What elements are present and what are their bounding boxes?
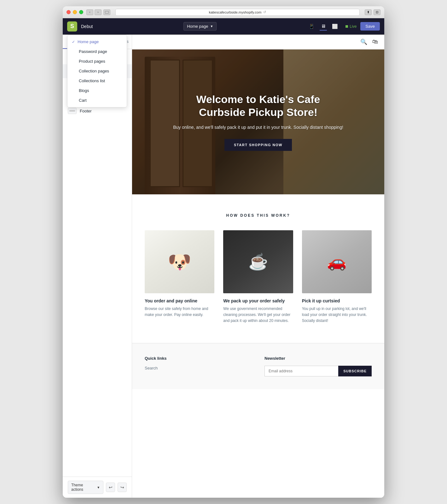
dropdown-item-collection-pages[interactable]: Collection pages: [67, 66, 127, 76]
theme-actions-chevron-icon: ▼: [97, 486, 100, 489]
cards-grid: 🐶 You order and pay online Browse our si…: [145, 230, 372, 324]
dropdown-item-collections-list[interactable]: Collections list: [67, 76, 127, 86]
footer-link-search[interactable]: Search: [145, 366, 252, 370]
store-name: Debut: [81, 24, 93, 29]
card-pack: ☕ We pack up your order safely We use go…: [223, 230, 293, 324]
card-order-text: Browse our site safely from home and mak…: [145, 306, 214, 318]
how-it-works-title: HOW DOES THIS WORK?: [145, 213, 372, 218]
subscribe-button[interactable]: SUBSCRIBE: [338, 366, 372, 376]
title-bar: ‹ › katiescafecurbside.myshopify.com ↺ ⬆…: [63, 6, 384, 18]
traffic-lights: [67, 10, 83, 14]
site-header: 🔍 🛍: [132, 35, 384, 49]
card-pickup-title: Pick it up curtsied: [302, 298, 372, 303]
newsletter-title: Newsletter: [264, 356, 372, 361]
check-icon: ✓: [72, 40, 75, 44]
sidebar: Sections Theme settings Header: [63, 35, 132, 498]
shopify-logo: S: [67, 21, 77, 32]
page-dropdown-menu: ✓ Home page Password page Product pages …: [67, 35, 127, 107]
theme-actions-button[interactable]: Theme actions ▼: [68, 481, 103, 494]
dropdown-item-blogs[interactable]: Blogs: [67, 86, 127, 95]
quick-links-title: Quick links: [145, 356, 252, 361]
footer-newsletter: Newsletter SUBSCRIBE: [264, 356, 372, 376]
card-pickup-text: You pull up in our parking lot, and we'l…: [302, 306, 372, 324]
hero-title: Welcome to Katie's Cafe Curbside Pickup …: [173, 93, 343, 119]
close-button[interactable]: [67, 10, 71, 14]
site-footer: Quick links Search Newsletter SUBSCRIBE: [132, 343, 384, 389]
page-selector[interactable]: Home page ▼: [183, 22, 217, 31]
card-order-title: You order and pay online: [145, 298, 214, 303]
dropdown-item-home-page[interactable]: ✓ Home page: [67, 37, 127, 47]
fullscreen-button[interactable]: ⊡: [374, 9, 380, 15]
back-button[interactable]: ‹: [86, 9, 93, 15]
card-pack-text: We use government recommended cleaning p…: [223, 306, 293, 324]
card-order: 🐶 You order and pay online Browse our si…: [145, 230, 214, 324]
hero-content: Welcome to Katie's Cafe Curbside Pickup …: [148, 87, 369, 157]
save-button[interactable]: Save: [360, 22, 380, 31]
forward-button[interactable]: ›: [95, 9, 102, 15]
dropdown-item-password-page[interactable]: Password page: [67, 47, 127, 56]
maximize-button[interactable]: [79, 10, 83, 14]
tab-icon[interactable]: [103, 9, 110, 15]
address-bar[interactable]: katiescafecurbside.myshopify.com ↺: [115, 9, 360, 16]
sidebar-footer: Theme actions ▼ ↩ ↪: [63, 477, 132, 498]
share-button[interactable]: ⬆: [365, 9, 372, 15]
tablet-view-icon[interactable]: ⬜: [331, 22, 339, 31]
search-icon[interactable]: 🔍: [360, 38, 367, 45]
redo-button[interactable]: ↪: [118, 483, 127, 492]
preview-frame: 🔍 🛍: [132, 35, 384, 498]
undo-button[interactable]: ↩: [106, 483, 115, 492]
minimize-button[interactable]: [73, 10, 77, 14]
card-pickup-image: 🚗: [302, 230, 372, 293]
hero-cta-button[interactable]: START SHOPPING NOW: [224, 139, 292, 151]
mobile-view-icon[interactable]: 📱: [307, 22, 316, 31]
cart-icon[interactable]: 🛍: [372, 38, 378, 45]
hero-section: Welcome to Katie's Cafe Curbside Pickup …: [132, 49, 384, 194]
card-pickup: 🚗 Pick it up curtsied You pull up in our…: [302, 230, 372, 324]
card-pack-image: ☕: [223, 230, 293, 293]
dropdown-item-cart[interactable]: Cart: [67, 95, 127, 105]
preview-area: 🔍 🛍: [132, 35, 384, 498]
dropdown-item-product-pages[interactable]: Product pages: [67, 56, 127, 66]
desktop-view-icon[interactable]: 🖥: [320, 22, 327, 31]
card-pack-title: We pack up your order safely: [223, 298, 293, 303]
live-indicator: Live: [345, 24, 357, 29]
hero-subtitle: Buy online, and we'll safely pack it up …: [173, 124, 343, 131]
sidebar-content: Header 🏠 Welcome to Katie'... 👁 ⋮⋮ 📦: [63, 49, 132, 477]
email-input[interactable]: [264, 366, 338, 376]
app-header: S Debut Home page ▼ 📱 🖥 ⬜ Live Save: [63, 18, 384, 35]
how-it-works-section: HOW DOES THIS WORK? 🐶 You order and pay …: [132, 194, 384, 343]
footer-section-icon: [68, 108, 77, 114]
footer-quick-links: Quick links Search: [145, 356, 252, 376]
card-order-image: 🐶: [145, 230, 214, 293]
